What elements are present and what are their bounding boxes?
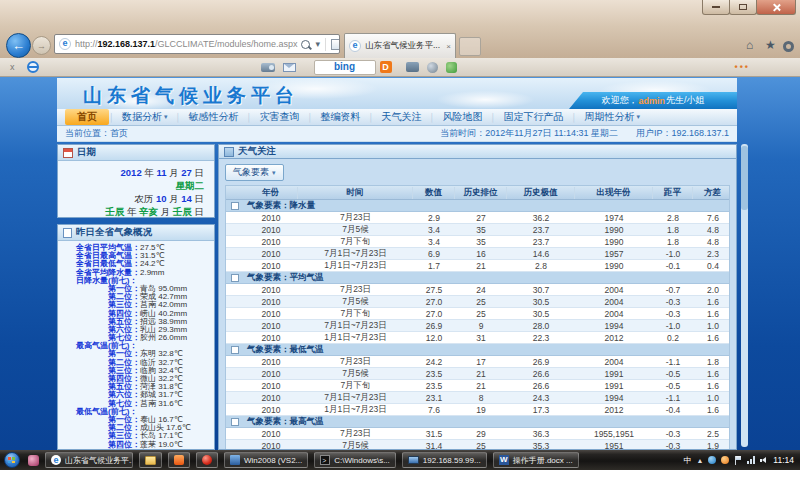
- row-cell: 30.7: [507, 285, 575, 295]
- speaker-icon[interactable]: [760, 457, 766, 463]
- back-button[interactable]: ←: [6, 33, 31, 58]
- minimize-button[interactable]: [702, 0, 730, 15]
- chevron-down-icon: ▾: [637, 113, 641, 121]
- group-checkbox[interactable]: [231, 418, 239, 426]
- taskbar-button-6[interactable]: 192.168.59.99...: [402, 452, 487, 468]
- camera-icon[interactable]: [261, 63, 275, 72]
- tray-blue-icon[interactable]: [708, 456, 716, 464]
- toolbar-green-app-icon[interactable]: [446, 62, 457, 73]
- element-filter-button[interactable]: 气象要素 ▾: [225, 164, 284, 181]
- row-cell: 3.4: [413, 237, 455, 247]
- row-cell: 2.3: [693, 249, 730, 259]
- taskbar-app-icon[interactable]: [28, 455, 39, 466]
- new-tab-button[interactable]: [459, 37, 481, 56]
- home-icon[interactable]: ⌂: [746, 39, 753, 51]
- overview-panel-title: 昨日全省气象概况: [76, 226, 152, 239]
- compatibility-view-icon[interactable]: [331, 39, 340, 50]
- group-checkbox[interactable]: [231, 202, 239, 210]
- nav-item-5[interactable]: 天气关注: [374, 110, 430, 124]
- table-row[interactable]: 20107月5候3.43523.719901.84.8: [226, 224, 729, 236]
- forward-button[interactable]: →: [32, 36, 51, 55]
- gear-icon[interactable]: [783, 41, 794, 52]
- browser-tab[interactable]: e 山东省气候业务平... ×: [344, 33, 456, 58]
- header-cell: 出现年份: [575, 187, 653, 199]
- taskbar-button-1[interactable]: [139, 452, 162, 468]
- nav-item-4[interactable]: 整编资料: [313, 110, 369, 124]
- d-badge-icon[interactable]: D: [380, 61, 392, 73]
- taskbar-button-0[interactable]: e山东省气候业务平...: [45, 452, 133, 468]
- page-scrollbar[interactable]: [741, 144, 748, 447]
- group-checkbox[interactable]: [231, 274, 239, 282]
- start-button[interactable]: [4, 452, 20, 468]
- calendar-text: 农历: [134, 193, 156, 204]
- group-checkbox[interactable]: [231, 346, 239, 354]
- nav-item-8[interactable]: 周期性分析▾: [577, 110, 649, 124]
- addon-logo-icon[interactable]: [27, 61, 39, 73]
- tray-expand-icon[interactable]: ▲: [696, 457, 703, 464]
- taskbar-clock[interactable]: 11:14: [773, 455, 794, 465]
- table-row[interactable]: 20107月23日2.92736.219742.87.6: [226, 212, 729, 224]
- table-row[interactable]: 20107月1日~7月23日6.91614.61957-1.02.3: [226, 248, 729, 260]
- table-row[interactable]: 20101月1日~7月23日12.03122.320120.21.6: [226, 332, 729, 344]
- network-icon[interactable]: [747, 456, 755, 464]
- row-cell: 1994: [575, 393, 653, 403]
- row-cell: 1.6: [693, 309, 730, 319]
- nav-item-2[interactable]: 敏感性分析: [181, 110, 247, 124]
- tab-favicon: e: [349, 40, 361, 52]
- nav-item-0[interactable]: 首页: [65, 109, 109, 125]
- taskbar-button-7[interactable]: W操作手册.docx ...: [493, 452, 579, 468]
- maximize-button[interactable]: [729, 0, 757, 15]
- table-row[interactable]: 20107月23日31.52936.31955,1951-0.32.5: [226, 428, 729, 440]
- tray-orange-icon[interactable]: [721, 456, 729, 464]
- table-row[interactable]: 20107月5候23.52126.61991-0.51.6: [226, 368, 729, 380]
- table-row[interactable]: 20107月5候27.02530.52004-0.31.6: [226, 296, 729, 308]
- table-row[interactable]: 20107月5候31.42535.31951-0.31.9: [226, 440, 729, 449]
- mail-icon[interactable]: [283, 63, 296, 72]
- row-cell: 2010: [244, 333, 298, 343]
- table-row[interactable]: 20101月1日~7月23日1.7212.81990-0.10.4: [226, 260, 729, 272]
- row-cell: 23.7: [507, 225, 575, 235]
- row-cell: 2010: [244, 441, 298, 450]
- row-cell: 25: [455, 297, 507, 307]
- favorites-star-icon[interactable]: ★: [765, 39, 776, 51]
- row-cell: 7月下旬: [298, 380, 413, 392]
- row-cell: 24.2: [413, 357, 455, 367]
- table-row[interactable]: 20107月下旬23.52126.61991-0.51.6: [226, 380, 729, 392]
- nav-item-1[interactable]: 数据分析▾: [114, 110, 176, 124]
- search-icon[interactable]: [301, 40, 310, 49]
- nav-item-3[interactable]: 灾害查询: [252, 110, 308, 124]
- table-row[interactable]: 20107月1日~7月23日23.1824.31994-1.11.0: [226, 392, 729, 404]
- toolbar-overflow-dots[interactable]: •••: [735, 62, 750, 72]
- row-cell: 2004: [575, 357, 653, 367]
- row-cell: 17: [455, 357, 507, 367]
- language-indicator[interactable]: 中: [683, 455, 691, 466]
- autocomplete-dropdown-icon[interactable]: ▾: [315, 39, 320, 49]
- nav-item-6[interactable]: 风险地图: [435, 110, 491, 124]
- address-bar[interactable]: e http://192.168.137.1/GLCCLIMATE/module…: [54, 34, 340, 54]
- table-row[interactable]: 20107月下旬3.43523.719901.84.8: [226, 236, 729, 248]
- toolbar-globe-icon[interactable]: [427, 62, 438, 73]
- taskbar-button-3[interactable]: [196, 452, 218, 468]
- nav-item-label: 首页: [77, 110, 97, 124]
- search-box[interactable]: bing: [314, 60, 376, 75]
- toolbar-video-icon[interactable]: [406, 62, 419, 72]
- url-path: /GLCCLIMATE/modules/home.aspx: [155, 39, 297, 49]
- header-cell: 时间: [298, 187, 413, 199]
- table-row[interactable]: 20107月1日~7月23日26.9928.01994-1.01.0: [226, 320, 729, 332]
- table-row[interactable]: 20101月1日~7月23日7.61917.32012-0.41.6: [226, 404, 729, 416]
- tab-close-icon[interactable]: ×: [446, 42, 451, 51]
- nav-item-7[interactable]: 固定下行产品: [496, 110, 572, 124]
- taskbar-button-2[interactable]: [168, 452, 190, 468]
- row-cell: -0.3: [653, 297, 693, 307]
- toolbar-close-icon[interactable]: x: [10, 62, 15, 72]
- action-center-flag-icon[interactable]: [734, 456, 742, 465]
- table-row[interactable]: 20107月下旬27.02530.52004-0.31.6: [226, 308, 729, 320]
- table-row[interactable]: 20107月23日27.52430.72004-0.72.0: [226, 284, 729, 296]
- taskbar-button-4[interactable]: Win2008 (VS2...: [224, 452, 308, 468]
- scrollbar-thumb[interactable]: [741, 146, 748, 210]
- row-cell: 30.5: [507, 309, 575, 319]
- table-row[interactable]: 20107月23日24.21726.92004-1.11.8: [226, 356, 729, 368]
- close-button[interactable]: [756, 0, 796, 15]
- row-cell: 1990: [575, 225, 653, 235]
- taskbar-button-5[interactable]: >C:\Windows\s...: [314, 452, 396, 468]
